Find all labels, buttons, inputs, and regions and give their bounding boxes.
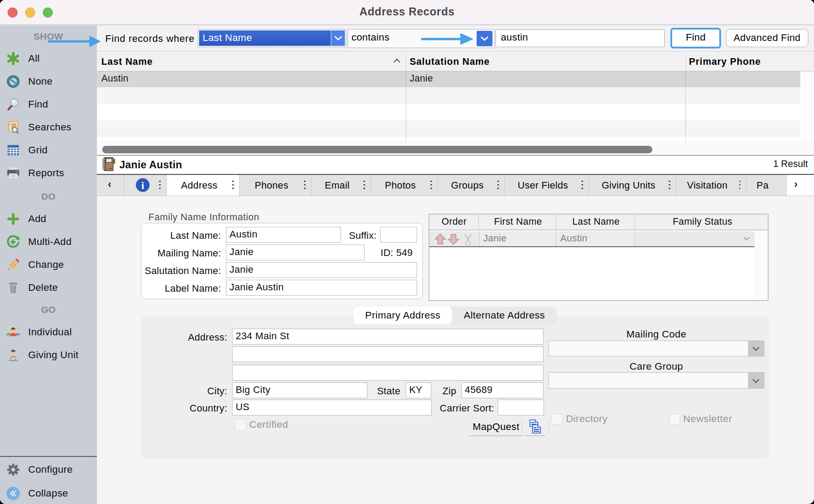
svg-text:i: i [141, 180, 144, 191]
